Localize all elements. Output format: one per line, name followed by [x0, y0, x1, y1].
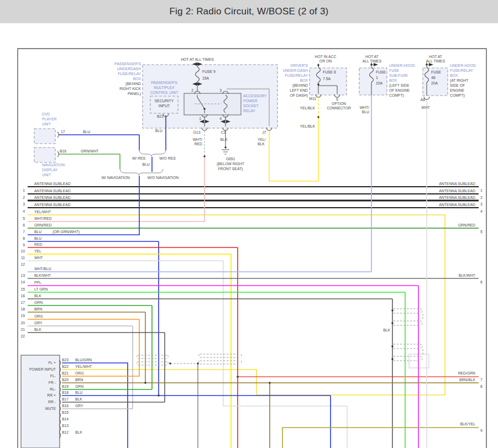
row-17-label: BLK: [34, 294, 41, 298]
row-1-num-right: 1: [480, 188, 483, 192]
row-14-label: BLK/WHT: [34, 273, 51, 277]
wire-b18-blu: [62, 396, 331, 448]
ground-symbol: [222, 150, 229, 154]
underhood-box-label: BOX: [450, 73, 458, 77]
driver-box-label: DRIVER'S: [290, 64, 308, 67]
row-8-extra-label: (OR GRN/WHT): [53, 230, 80, 234]
hot-at-all-times-label: HOT AT ALL TIMES: [181, 57, 214, 61]
branch-blu-label: BLU: [142, 162, 149, 166]
option-connector-label: CONNECTOR: [327, 106, 351, 110]
underhood-box-location: SIDE OF: [450, 83, 465, 87]
row-14-num-left: 14: [20, 280, 25, 284]
shield-pair-right-lines: [200, 354, 240, 364]
row-13-label: WHT/BLU: [34, 267, 51, 271]
right-shield-pair-curls: [420, 309, 423, 361]
row-6-num-left: 6: [23, 223, 25, 227]
row-5-label: YEL/WHT: [34, 210, 51, 214]
passenger-box-location: PANEL): [128, 92, 141, 96]
wire-wht: [28, 261, 347, 448]
row-16-label: LT GRN: [34, 287, 48, 291]
shield-pair-right-curls: [199, 354, 242, 364]
fuse8-label: FUSE 8: [323, 70, 336, 74]
power-pin-B23-wire-color: BLU/GRN: [75, 358, 92, 362]
with-res-label: W/ RES: [132, 156, 146, 160]
security-input-label: SECURITY: [155, 99, 174, 103]
hot-at-all-times-label-3: ALL TIMES: [426, 59, 445, 63]
right-wire-7-label: RED/GRN: [458, 371, 475, 375]
row-4-label: ANTENNA SUBLEAD: [34, 203, 71, 207]
passenger-box-label: BOX: [133, 77, 141, 81]
power-pin-B16-label: B16: [62, 404, 69, 408]
fuse48-label: FUSE: [431, 70, 442, 74]
relay-label: POWER: [243, 99, 258, 103]
driver-box-label: FUSE/RELAY: [285, 73, 308, 77]
g651-ground-label: G651: [226, 157, 235, 161]
row-19-num-left: 19: [20, 314, 25, 318]
row-17-num-left: 17: [20, 301, 25, 304]
power-pin-B19-label: B19: [62, 384, 69, 388]
hot-at-all-times-label-2: ALL TIMES: [363, 59, 382, 63]
row-2-num-left: 2: [23, 196, 25, 199]
power-channel-label: FL-: [50, 374, 56, 378]
row-14-num-right: 6: [480, 280, 483, 284]
nav-unit-label: UNIT: [42, 173, 51, 177]
yel-blk-j7-wire-label: YEL/: [258, 138, 266, 141]
underhood-box-location: (AT RIGHT: [450, 78, 468, 83]
power-pin-B16-wire-color: GRY: [75, 404, 83, 408]
power-pin-B15-label: B15: [62, 410, 69, 414]
subfuse-box-label: FUSE: [389, 68, 400, 72]
row-15-label: PPL: [34, 281, 41, 284]
m11-pin-label: M11: [309, 97, 316, 101]
relay-pin4-label: 4: [219, 117, 222, 120]
power-channel-label: POWER INPUT: [29, 367, 56, 371]
underhood-box-location: COMPT): [450, 93, 465, 98]
row-9-label: BLU: [34, 236, 41, 240]
driver-box-label: BOX: [300, 78, 308, 82]
power-pin-B17-wire-color: BLK: [75, 397, 82, 401]
power-pin-B12-wire-color: BLK: [75, 430, 82, 434]
row-1-label-right: ANTENNA SUBLEAD: [439, 182, 475, 186]
g651-ground-label: FRONT SEAT): [218, 167, 243, 171]
power-channel-label: RR -: [48, 400, 56, 404]
subfuse-box-label: SUB-FUSE: [389, 73, 408, 77]
yel-blk-m11-wire-label: YEL/BLK: [300, 106, 315, 110]
fuse1-number: 1: [376, 76, 378, 80]
driver-box-location: LEFT END: [290, 88, 308, 92]
dvd-unit-label: PLAYER: [42, 117, 56, 121]
row-4-num-left: 4: [23, 209, 25, 213]
shield-pair-left-curls: [137, 355, 169, 365]
row-1-num-left: 1: [23, 188, 25, 192]
j7-connector-label: J7: [262, 130, 266, 134]
wire-b23-blu-grn: [62, 363, 128, 448]
row-2-label: ANTENNA SUBLEAD: [34, 189, 71, 193]
power-pin-B14-label: B14: [62, 417, 69, 421]
row-21-label: GRY: [34, 321, 43, 325]
power-pin-B21-wire-color: ORG: [75, 371, 83, 375]
subfuse-box-location: OF ENGINE: [389, 88, 410, 92]
row-18-label: GRN: [34, 301, 43, 304]
res-option-brace: [139, 150, 166, 156]
right-shield-pair-lines: [394, 309, 419, 361]
wire-b20-brn-blk: [62, 383, 479, 448]
without-navigation-label: W/O NAVIGATION: [148, 176, 179, 180]
relay-pin1-label: 1: [199, 117, 201, 120]
passenger-box-location: (BEHIND: [125, 82, 141, 86]
dvd-player-unit-box: [34, 129, 55, 144]
row-10-label: RED: [34, 243, 42, 246]
power-channel-label: MUTE: [45, 407, 56, 410]
row-1-label: ANTENNA SUBLEAD: [34, 182, 71, 186]
dvd-unit-label: UNIT: [42, 122, 51, 126]
fuse48-number: 48: [431, 76, 436, 80]
nav-unit-label: DISPLAY: [42, 168, 58, 172]
driver-box-location: (BEHIND: [292, 83, 308, 88]
row-7-label-right: GRN/RED: [458, 223, 475, 227]
relay-pin2-label: 2: [191, 88, 193, 92]
fuse9-amps: 15A: [202, 76, 209, 80]
fuse9-label: FUSE 9: [202, 70, 216, 73]
relay-pin3-label: 3: [219, 88, 222, 92]
blk-wire-label-right: BLK: [383, 328, 390, 332]
yel-blk-j7-wire-label: BLK: [258, 142, 265, 146]
power-pin-B18-label: B18: [62, 391, 69, 394]
power-pin-B19-wire-color: GRN: [75, 384, 83, 388]
g651-ground-label: (BELOW RIGHT: [217, 162, 244, 166]
